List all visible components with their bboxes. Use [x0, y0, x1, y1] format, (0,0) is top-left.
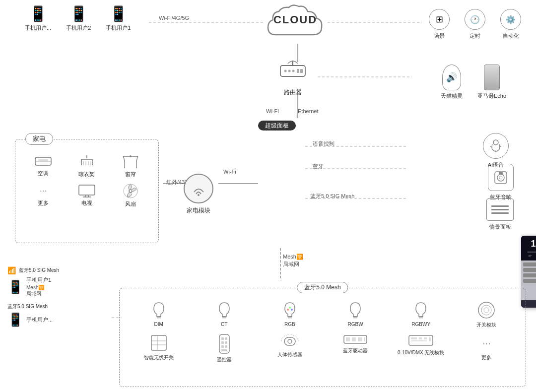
amazon-label: 亚马逊Echo [477, 92, 506, 100]
more-icon: ··· [40, 183, 47, 198]
svg-rect-17 [297, 69, 299, 73]
speaker-svg [493, 170, 509, 186]
auto-icon: ⚙️ [500, 9, 521, 30]
svg-point-61 [481, 305, 491, 315]
phone-icon-0: 📱 [29, 5, 47, 22]
home-appliance-title: 家电 [25, 133, 53, 145]
scene-panel-label: 情景面板 [489, 223, 511, 231]
wireless-switch-label: 智能无线开关 [144, 354, 174, 361]
svg-rect-79 [352, 337, 356, 341]
timer-icon-item: 🕐 定时 [465, 9, 485, 40]
tv-label: 电视 [81, 199, 92, 207]
dmx-label: 0-10V/DMX 无线模块 [398, 349, 444, 356]
bluetooth-label: 蓝牙 [313, 163, 324, 170]
home-module-label: 家电模块 [187, 206, 210, 215]
svg-rect-73 [225, 345, 227, 348]
panel-bar-1 [523, 262, 536, 266]
ct-item: CT [193, 301, 256, 328]
svg-rect-72 [221, 345, 224, 348]
svg-point-41 [493, 140, 498, 145]
tv-icon [78, 183, 96, 198]
ct-icon [216, 301, 232, 320]
remote-icon [217, 333, 231, 354]
scene-panel-icon [486, 198, 514, 221]
scene-icon-item: ⊞ 场景 [429, 9, 450, 40]
panel-time: 13:14 [523, 239, 536, 249]
svg-point-31 [130, 155, 132, 157]
scene-line-1 [491, 205, 509, 207]
bt-speaker-item: 蓝牙音响 [488, 164, 514, 201]
cloud-label: CLOUD [273, 13, 317, 26]
svg-point-55 [291, 309, 293, 311]
rgbw-item: RGBW [324, 301, 387, 328]
mesh-grid-row1: DIM CT [127, 301, 518, 328]
fan-item: 风扇 [110, 183, 151, 208]
pir-icon [279, 333, 300, 349]
rgb-icon [282, 301, 298, 320]
wifi-module-label: Wi-Fi [223, 169, 236, 175]
left-phone1-group: 📶 蓝牙5.0 SIG Mesh 📱 手机用户1 Mesh🛜 局域网 [7, 266, 59, 297]
bt-sig-mesh-tag2: 蓝牙5.0 SIG Mesh [7, 303, 59, 310]
panel-bar-3 [523, 273, 536, 277]
curtain-label: 窗帘 [125, 171, 136, 178]
ct-label: CT [221, 322, 227, 327]
fan-icon [123, 183, 138, 199]
scene-line-2 [491, 209, 509, 210]
left-bottom-section: 📶 蓝牙5.0 SIG Mesh 📱 手机用户1 Mesh🛜 局域网 蓝牙5.0… [7, 266, 59, 327]
voice-control-label: 语音控制 [313, 140, 335, 147]
bt-sig-mesh-tag1: 📶 蓝牙5.0 SIG Mesh [7, 266, 59, 274]
phone-icon-2: 📱 [109, 5, 128, 22]
ac-item: 空调 [23, 154, 64, 178]
tmall-label: 天猫精灵 [441, 92, 463, 100]
more2-item: ··· 更多 [455, 333, 518, 363]
scene-label: 场景 [434, 32, 445, 40]
phones-top-section: 📱 手机用户... 📱 手机用户2 📱 手机用户1 [25, 5, 131, 32]
svg-rect-70 [221, 341, 224, 344]
rack-label: 晾衣架 [78, 171, 95, 178]
left-phone2-icon: 📱 [7, 312, 23, 327]
bluetooth-icon-1: 📶 [7, 266, 16, 274]
wifi-4g-label: Wi-Fi/4G/5G [159, 15, 189, 21]
bt-driver-label: 蓝牙驱动器 [343, 347, 368, 354]
scene-panel-item: 情景面板 [486, 198, 514, 231]
router-svg [278, 60, 308, 82]
router-label: 路由器 [278, 88, 308, 97]
bt-sig-label-2: 蓝牙5.0 SIG Mesh [7, 303, 48, 310]
pir-item: 人体传感器 [258, 333, 321, 363]
svg-rect-86 [429, 337, 431, 341]
svg-point-38 [198, 194, 200, 196]
scene-icon: ⊞ [429, 9, 450, 30]
phone-label-1: 手机用户2 [66, 24, 91, 32]
svg-rect-78 [346, 337, 350, 341]
phone-item-0: 📱 手机用户... [25, 5, 51, 32]
left-phone2-label: 手机用户... [26, 316, 53, 324]
super-panel-label: 超级面板 [258, 121, 296, 131]
home-module-circle [184, 174, 213, 203]
tv-item: 电视 [67, 183, 108, 208]
timer-icon: 🕐 [465, 9, 485, 30]
panel-bar-2 [523, 268, 536, 272]
amazon-icon [484, 65, 500, 90]
phone1-with-label: 📱 手机用户1 Mesh🛜 局域网 [7, 276, 59, 297]
panel-bar-4 [523, 279, 536, 283]
phone2-with-label: 📱 手机用户... [7, 312, 59, 327]
wifi-eth-divider [296, 113, 296, 118]
ethernet-label: Ethernet [298, 108, 319, 114]
rgb-item: RGB [258, 301, 321, 328]
home-appliance-box: 家电 空调 [15, 139, 159, 243]
svg-point-16 [292, 70, 295, 72]
mesh-text: Mesh🛜 [283, 253, 303, 261]
rgbw-icon [347, 301, 363, 320]
cloud-container: CLOUD [263, 2, 328, 44]
bt-sig-label-1: 蓝牙5.0 SIG Mesh [19, 267, 59, 274]
svg-rect-68 [221, 337, 224, 340]
panel-stats: 37°60%89% [523, 254, 536, 259]
rgbwy-item: RGBWY [390, 301, 453, 328]
svg-point-60 [478, 302, 494, 318]
svg-point-44 [497, 174, 504, 181]
mesh-grid-row2: 智能无线开关 遥控器 [127, 333, 518, 363]
phone-icon-1: 📱 [69, 5, 88, 22]
mesh-local-left-label: Mesh🛜 [26, 285, 51, 290]
ai-voice-icon [483, 133, 509, 159]
left-phone1-icon: 📱 [7, 279, 23, 295]
